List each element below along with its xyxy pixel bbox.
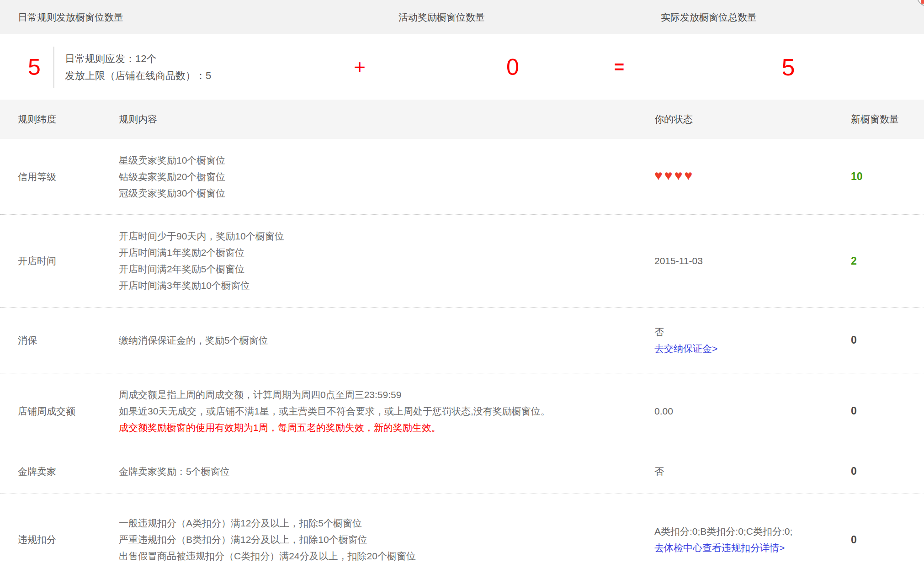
rule-content: 星级卖家奖励10个橱窗位 钻级卖家奖励20个橱窗位 冠级卖家奖励30个橱窗位 [119, 152, 654, 202]
rule-line: 出售假冒商品被违规扣分（C类扣分）满24分及以上，扣除20个橱窗位 [119, 548, 654, 563]
status-cell: A类扣分:0;B类扣分:0;C类扣分:0; 去体检中心查看违规扣分详情> [654, 523, 851, 556]
table-row-weekly-turnover: 店铺周成交额 周成交额是指上周的周成交额，计算周期为周四0点至周三23:59:5… [0, 373, 924, 449]
rule-content: 周成交额是指上周的周成交额，计算周期为周四0点至周三23:59:59 如果近30… [119, 387, 654, 436]
status-cell: 0.00 [654, 403, 851, 420]
violation-scores: A类扣分:0;B类扣分:0;C类扣分:0; [654, 523, 851, 540]
header-your-status: 你的状态 [654, 113, 851, 126]
activity-reward-value: 0 [494, 56, 531, 79]
rule-line: 缴纳消保保证金的，奖励5个橱窗位 [119, 332, 654, 349]
daily-rule-value: 5 [16, 56, 53, 79]
rule-line: 严重违规扣分（B类扣分）满12分及以上，扣除10个橱窗位 [119, 531, 654, 548]
rule-line: 金牌卖家奖励：5个橱窗位 [119, 463, 654, 480]
credit-hearts-icon: ♥♥♥♥ [654, 168, 694, 183]
check-violation-detail-link[interactable]: 去体检中心查看违规扣分详情> [654, 540, 785, 556]
rule-line: 周成交额是指上周的周成交额，计算周期为周四0点至周三23:59:59 [119, 387, 654, 403]
rule-line: 开店时间满1年奖励2个橱窗位 [119, 244, 654, 261]
table-row-gold-seller: 金牌卖家 金牌卖家奖励：5个橱窗位 否 0 [0, 449, 924, 494]
rule-line: 一般违规扣分（A类扣分）满12分及以上，扣除5个橱窗位 [119, 515, 654, 531]
rule-dimension: 违规扣分 [0, 533, 119, 546]
rule-line: 冠级卖家奖励30个橱窗位 [119, 185, 654, 202]
turnover-amount: 0.00 [654, 406, 673, 416]
status-cell: ♥♥♥♥ [654, 169, 851, 185]
rule-line: 开店时间少于90天内，奖励10个橱窗位 [119, 228, 654, 244]
rule-content: 金牌卖家奖励：5个橱窗位 [119, 463, 654, 480]
table-row-credit-level: 信用等级 星级卖家奖励10个橱窗位 钻级卖家奖励20个橱窗位 冠级卖家奖励30个… [0, 139, 924, 215]
activity-reward-title: 活动奖励橱窗位数量 [398, 11, 485, 24]
red-dot-icon [921, 0, 924, 4]
plus-operator: + [341, 57, 378, 77]
vertical-divider [53, 47, 54, 88]
daily-rule-detail-line2: 发放上限（店铺在线商品数）：5 [65, 67, 211, 84]
rule-dimension: 信用等级 [0, 170, 119, 183]
daily-rule-detail-line1: 日常规则应发：12个 [65, 50, 211, 67]
table-row-violation-points: 违规扣分 一般违规扣分（A类扣分）满12分及以上，扣除5个橱窗位 严重违规扣分（… [0, 494, 924, 563]
count-cell: 10 [851, 170, 924, 183]
count-cell: 0 [851, 534, 924, 546]
count-cell: 0 [851, 465, 924, 478]
rule-content: 一般违规扣分（A类扣分）满12分及以上，扣除5个橱窗位 严重违规扣分（B类扣分）… [119, 515, 654, 563]
total-issued-value: 5 [770, 55, 807, 79]
equals-operator: = [601, 58, 637, 76]
daily-rule-title: 日常规则发放橱窗位数量 [18, 11, 123, 24]
rule-line: 钻级卖家奖励20个橱窗位 [119, 169, 654, 185]
status-cell: 否 [654, 463, 851, 480]
rule-dimension: 店铺周成交额 [0, 405, 119, 418]
rule-content: 缴纳消保保证金的，奖励5个橱窗位 [119, 332, 654, 349]
status-cell: 否 去交纳保证金> [654, 324, 851, 357]
rule-dimension: 开店时间 [0, 255, 119, 267]
status-text: 否 [654, 466, 664, 477]
rule-dimension: 消保 [0, 334, 119, 347]
rule-content: 开店时间少于90天内，奖励10个橱窗位 开店时间满1年奖励2个橱窗位 开店时间满… [119, 228, 654, 294]
opening-date: 2015-11-03 [654, 255, 703, 266]
rule-line-warning: 成交额奖励橱窗的使用有效期为1周，每周五老的奖励失效，新的奖励生效。 [119, 420, 654, 436]
pay-deposit-link[interactable]: 去交纳保证金> [654, 340, 717, 357]
status-text: 否 [654, 324, 851, 340]
summary-header-bar: 日常规则发放橱窗位数量 活动奖励橱窗位数量 实际发放橱窗位总数量 [0, 0, 924, 34]
rule-line: 星级卖家奖励10个橱窗位 [119, 152, 654, 169]
table-row-opening-time: 开店时间 开店时间少于90天内，奖励10个橱窗位 开店时间满1年奖励2个橱窗位 … [0, 215, 924, 308]
count-cell: 0 [851, 334, 924, 346]
table-row-consumer-protection: 消保 缴纳消保保证金的，奖励5个橱窗位 否 去交纳保证金> 0 [0, 308, 924, 373]
total-issued-title: 实际发放橱窗位总数量 [661, 11, 757, 24]
showcase-formula-band: 5 日常规则应发：12个 发放上限（店铺在线商品数）：5 + 0 = 5 [0, 34, 924, 100]
rules-table-header: 规则纬度 规则内容 你的状态 新橱窗数量 [0, 100, 924, 139]
header-new-showcase-count: 新橱窗数量 [851, 113, 924, 126]
rule-dimension: 金牌卖家 [0, 465, 119, 478]
count-cell: 0 [851, 405, 924, 417]
rule-line: 开店时间满2年奖励5个橱窗位 [119, 261, 654, 277]
rule-line: 开店时间满3年奖励10个橱窗位 [119, 277, 654, 294]
daily-rule-detail: 日常规则应发：12个 发放上限（店铺在线商品数）：5 [65, 50, 211, 84]
status-cell: 2015-11-03 [654, 253, 851, 269]
rule-line: 如果近30天无成交，或店铺不满1星，或主营类目不符合要求，或上周处于惩罚状态,没… [119, 403, 654, 420]
header-rule-content: 规则内容 [119, 113, 654, 126]
count-cell: 2 [851, 255, 924, 267]
header-rule-dimension: 规则纬度 [0, 113, 119, 126]
